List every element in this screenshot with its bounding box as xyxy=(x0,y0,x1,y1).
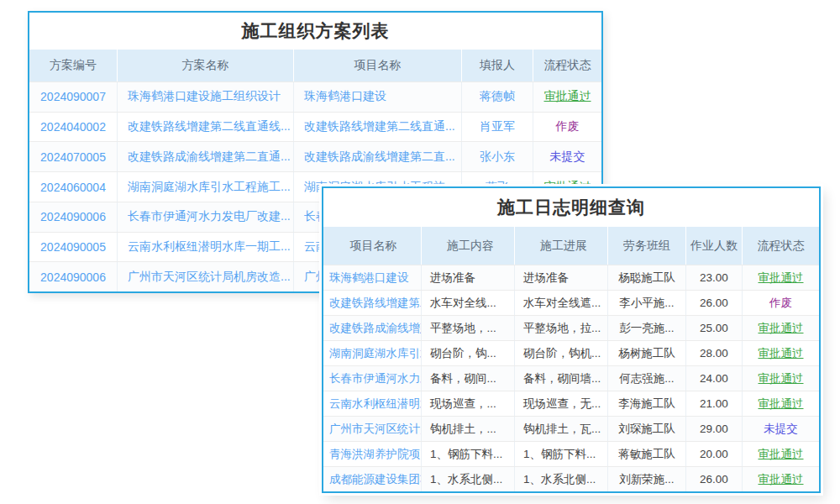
status-cell[interactable]: 审批通过 xyxy=(743,442,819,466)
column-header-labor-team: 劳务班组 xyxy=(608,227,686,265)
labor-team-cell: 何志强施... xyxy=(608,366,686,391)
plan-name-cell[interactable]: 改建铁路线增建第二线直通线... xyxy=(118,113,294,142)
plan-no-cell[interactable]: 2024090005 xyxy=(29,233,118,262)
worker-count-cell: 24.00 xyxy=(686,366,743,391)
column-header-status: 流程状态 xyxy=(533,50,601,81)
log-table-row[interactable]: 广州市天河区统计局机 钩机排土，... 钩机排土，瓦... 刘琛施工队 29.0… xyxy=(323,416,819,441)
plan-table-row[interactable]: 2024090007 珠海鹤港口建设施工组织设计 珠海鹤港口建设 蒋德帧 审批通… xyxy=(29,81,601,112)
work-progress-cell: 砌台阶，钩机... xyxy=(515,341,608,365)
plan-no-cell[interactable]: 2024060004 xyxy=(29,172,118,202)
project-name-cell[interactable]: 长春市伊通河水力发电 xyxy=(323,366,422,391)
plan-name-cell[interactable]: 云南水利枢纽潜明水库一期工... xyxy=(118,233,294,262)
work-content-cell: 平整场地，... xyxy=(422,316,515,340)
worker-count-cell: 21.00 xyxy=(686,391,743,416)
status-cell[interactable]: 审批通过 xyxy=(743,265,819,290)
column-header-work-content: 施工内容 xyxy=(422,227,515,265)
project-name-cell[interactable]: 珠海鹤港口建设 xyxy=(294,82,462,112)
worker-count-cell: 28.00 xyxy=(686,341,743,365)
column-header-plan-name: 方案名称 xyxy=(118,50,294,81)
worker-count-cell: 26.00 xyxy=(686,467,743,491)
status-cell[interactable]: 审批通过 xyxy=(533,82,601,112)
work-progress-cell: 1、水系北侧... xyxy=(515,467,608,491)
project-name-cell[interactable]: 青海洪湖养护院项目工 xyxy=(323,442,422,466)
plan-name-cell[interactable]: 长春市伊通河水力发电厂改建... xyxy=(118,202,294,232)
reporter-cell: 张小东 xyxy=(462,142,533,171)
column-header-status: 流程状态 xyxy=(743,227,819,265)
plan-no-cell[interactable]: 2024090007 xyxy=(29,82,118,112)
labor-team-cell: 杨聪施工队 xyxy=(608,265,686,290)
status-cell[interactable]: 审批通过 xyxy=(743,391,819,416)
log-table-row[interactable]: 青海洪湖养护院项目工 1、钢筋下料... 1、钢筋下料... 蒋敏施工队 20.… xyxy=(323,441,819,466)
plan-table-row[interactable]: 2024070005 改建铁路成渝线增建第二直通... 改建铁路成渝线增建第二直… xyxy=(29,141,601,171)
project-name-cell[interactable]: 改建铁路线增建第二线 xyxy=(323,291,422,315)
status-cell[interactable]: 审批通过 xyxy=(743,341,819,365)
log-table-row[interactable]: 珠海鹤港口建设 进场准备 进场准备 杨聪施工队 23.00 审批通过 xyxy=(323,265,819,290)
worker-count-cell: 23.00 xyxy=(686,265,743,290)
log-table-row[interactable]: 长春市伊通河水力发电 备料，砌间... 备料，砌间墙... 何志强施... 24… xyxy=(323,365,819,391)
plan-list-title: 施工组织方案列表 xyxy=(29,13,601,50)
work-content-cell: 1、水系北侧... xyxy=(422,467,515,491)
worker-count-cell: 29.00 xyxy=(686,417,743,441)
log-detail-body: 珠海鹤港口建设 进场准备 进场准备 杨聪施工队 23.00 审批通过 改建铁路线… xyxy=(323,265,819,491)
work-progress-cell: 备料，砌间墙... xyxy=(515,366,608,391)
column-header-plan-no: 方案编号 xyxy=(29,50,118,81)
plan-table-row[interactable]: 2024040002 改建铁路线增建第二线直通线... 改建铁路线增建第二线直通… xyxy=(29,112,601,142)
log-table-row[interactable]: 改建铁路成渝线增建第 平整场地，... 平整场地，拉... 彭一亮施... 25… xyxy=(323,315,819,340)
work-content-cell: 1、钢筋下料... xyxy=(422,442,515,466)
status-cell[interactable]: 未提交 xyxy=(743,417,819,441)
work-progress-cell: 现场巡查，无... xyxy=(515,391,608,416)
project-name-cell[interactable]: 珠海鹤港口建设 xyxy=(323,265,422,290)
plan-list-header-row: 方案编号 方案名称 项目名称 填报人 流程状态 xyxy=(29,50,601,81)
plan-name-cell[interactable]: 湖南洞庭湖水库引水工程施工... xyxy=(118,172,294,202)
log-table-row[interactable]: 改建铁路线增建第二线 水车对全线... 水车对全线遮... 李小平施... 26… xyxy=(323,290,819,315)
labor-team-cell: 杨树施工队 xyxy=(608,341,686,365)
plan-no-cell[interactable]: 2024070005 xyxy=(29,142,118,171)
project-name-cell[interactable]: 云南水利枢纽潜明水库 xyxy=(323,391,422,416)
labor-team-cell: 刘新荣施... xyxy=(608,467,686,491)
log-table-row[interactable]: 云南水利枢纽潜明水库 现场巡查，... 现场巡查，无... 李海施工队 21.0… xyxy=(323,391,819,416)
column-header-reporter: 填报人 xyxy=(462,50,533,81)
status-cell[interactable]: 审批通过 xyxy=(743,366,819,391)
log-table-row[interactable]: 湖南洞庭湖水库引水工 砌台阶，钩... 砌台阶，钩机... 杨树施工队 28.0… xyxy=(323,340,819,365)
status-cell[interactable]: 作废 xyxy=(743,291,819,315)
work-progress-cell: 水车对全线遮... xyxy=(515,291,608,315)
project-name-cell[interactable]: 广州市天河区统计局机 xyxy=(323,417,422,441)
log-detail-window: 施工日志明细查询 项目名称 施工内容 施工进展 劳务班组 作业人数 流程状态 珠… xyxy=(322,186,821,493)
work-content-cell: 钩机排土，... xyxy=(422,417,515,441)
plan-no-cell[interactable]: 2024090006 xyxy=(29,202,118,232)
column-header-project-name: 项目名称 xyxy=(294,50,462,81)
status-cell[interactable]: 作废 xyxy=(533,113,601,142)
log-detail-header-row: 项目名称 施工内容 施工进展 劳务班组 作业人数 流程状态 xyxy=(323,227,819,265)
worker-count-cell: 26.00 xyxy=(686,291,743,315)
work-content-cell: 现场巡查，... xyxy=(422,391,515,416)
labor-team-cell: 蒋敏施工队 xyxy=(608,442,686,466)
plan-name-cell[interactable]: 改建铁路成渝线增建第二直通... xyxy=(118,142,294,171)
worker-count-cell: 25.00 xyxy=(686,316,743,340)
project-name-cell[interactable]: 改建铁路成渝线增建第 xyxy=(323,316,422,340)
work-progress-cell: 平整场地，拉... xyxy=(515,316,608,340)
project-name-cell[interactable]: 成都能源建设集团项目 xyxy=(323,467,422,491)
work-progress-cell: 进场准备 xyxy=(515,265,608,290)
project-name-cell[interactable]: 湖南洞庭湖水库引水工 xyxy=(323,341,422,365)
plan-no-cell[interactable]: 2024090006 xyxy=(29,262,118,291)
work-content-cell: 水车对全线... xyxy=(422,291,515,315)
log-table-row[interactable]: 成都能源建设集团项目 1、水系北侧... 1、水系北侧... 刘新荣施... 2… xyxy=(323,466,819,491)
work-progress-cell: 钩机排土，瓦... xyxy=(515,417,608,441)
labor-team-cell: 刘琛施工队 xyxy=(608,417,686,441)
reporter-cell: 肖亚军 xyxy=(462,113,533,142)
work-content-cell: 砌台阶，钩... xyxy=(422,341,515,365)
project-name-cell[interactable]: 改建铁路线增建第二线直通... xyxy=(294,113,462,142)
work-content-cell: 备料，砌间... xyxy=(422,366,515,391)
status-cell[interactable]: 审批通过 xyxy=(743,316,819,340)
column-header-work-progress: 施工进展 xyxy=(515,227,608,265)
column-header-project-name: 项目名称 xyxy=(323,227,422,265)
status-cell[interactable]: 审批通过 xyxy=(743,467,819,491)
labor-team-cell: 李海施工队 xyxy=(608,391,686,416)
labor-team-cell: 李小平施... xyxy=(608,291,686,315)
plan-name-cell[interactable]: 珠海鹤港口建设施工组织设计 xyxy=(118,82,294,112)
plan-no-cell[interactable]: 2024040002 xyxy=(29,113,118,142)
status-cell[interactable]: 未提交 xyxy=(533,142,601,171)
project-name-cell[interactable]: 改建铁路成渝线增建第二直... xyxy=(294,142,462,171)
labor-team-cell: 彭一亮施... xyxy=(608,316,686,340)
plan-name-cell[interactable]: 广州市天河区统计局机房改造... xyxy=(118,262,294,291)
